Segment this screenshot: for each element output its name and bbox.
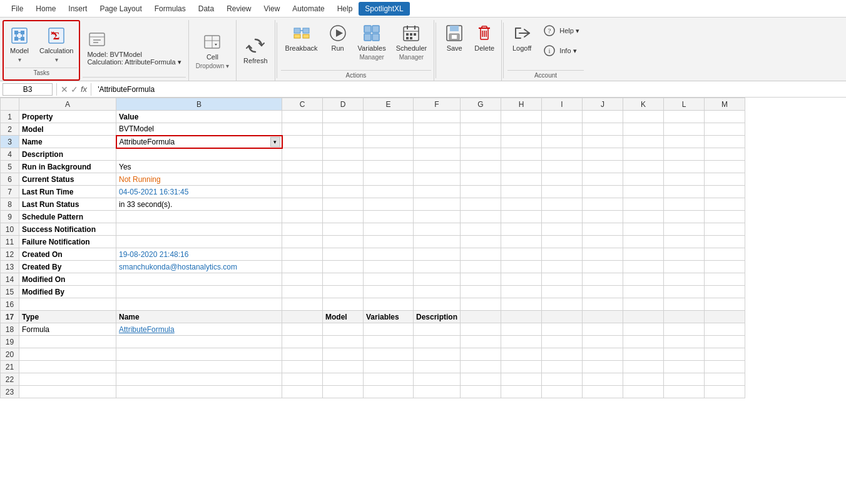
cell-b7[interactable]: 04-05-2021 16:31:45 [116, 186, 282, 198]
cell-g3[interactable] [461, 136, 501, 148]
cell-m8[interactable] [705, 198, 745, 211]
menu-data[interactable]: Data [192, 2, 220, 16]
cell-c3[interactable] [282, 136, 323, 148]
cell-d11[interactable] [323, 236, 364, 248]
cell-d4[interactable] [323, 148, 364, 161]
cell-d7[interactable] [323, 186, 364, 198]
cell-f15[interactable] [414, 286, 461, 298]
cell-c17[interactable] [282, 311, 323, 323]
cell-j18[interactable] [583, 323, 623, 336]
cell-g14[interactable] [461, 273, 501, 286]
cell-c1[interactable] [282, 111, 323, 123]
cell-f10[interactable] [414, 223, 461, 236]
cell-e8[interactable] [364, 198, 414, 211]
delete-button[interactable]: Delete [470, 20, 499, 56]
model-config-button[interactable]: Model: BVTModel Calculation: AttributeFo… [83, 26, 185, 69]
cell-k7[interactable] [623, 186, 664, 198]
cell-k5[interactable] [623, 161, 664, 173]
cell-e10[interactable] [364, 223, 414, 236]
cell-h15[interactable] [501, 286, 542, 298]
cell-l12[interactable] [664, 248, 705, 261]
cell-k9[interactable] [623, 211, 664, 223]
cell-g5[interactable] [461, 161, 501, 173]
col-header-a[interactable]: A [19, 98, 116, 111]
col-header-b[interactable]: B [116, 98, 282, 111]
cell-l6[interactable] [664, 173, 705, 186]
cell-m1[interactable] [705, 111, 745, 123]
cell-h5[interactable] [501, 161, 542, 173]
cell-k10[interactable] [623, 223, 664, 236]
menu-automate[interactable]: Automate [286, 2, 330, 16]
cell-d18[interactable] [323, 323, 364, 336]
cell-j15[interactable] [583, 286, 623, 298]
cell-c18[interactable] [282, 323, 323, 336]
cell-f5[interactable] [414, 161, 461, 173]
cell-dropdown-button[interactable]: Cell Dropdown ▾ [191, 29, 233, 73]
name-box[interactable] [3, 83, 53, 96]
formula-input[interactable] [95, 84, 843, 95]
cell-d6[interactable] [323, 173, 364, 186]
col-header-m[interactable]: M [705, 98, 745, 111]
cell-g10[interactable] [461, 223, 501, 236]
cell-b12[interactable]: 19-08-2020 21:48:16 [116, 248, 282, 261]
cell-b6[interactable]: Not Running [116, 173, 282, 186]
cell-l3[interactable] [664, 136, 705, 148]
cell-e14[interactable] [364, 273, 414, 286]
cell-c5[interactable] [282, 161, 323, 173]
cell-c12[interactable] [282, 248, 323, 261]
cell-h3[interactable] [501, 136, 542, 148]
cell-m18[interactable] [705, 323, 745, 336]
cell-k6[interactable] [623, 173, 664, 186]
cell-i9[interactable] [542, 211, 583, 223]
save-button[interactable]: Save [440, 20, 469, 56]
cell-l16[interactable] [664, 298, 705, 311]
cell-j4[interactable] [583, 148, 623, 161]
cell-i1[interactable] [542, 111, 583, 123]
breakback-button[interactable]: Breakback [281, 20, 322, 56]
cell-e9[interactable] [364, 211, 414, 223]
cell-a16[interactable] [19, 298, 116, 311]
cell-b10[interactable] [116, 223, 282, 236]
cell-d3[interactable] [323, 136, 364, 148]
refresh-button[interactable]: Refresh [239, 33, 272, 68]
cell-f1[interactable] [414, 111, 461, 123]
cell-d16[interactable] [323, 298, 364, 311]
cell-c14[interactable] [282, 273, 323, 286]
cell-k16[interactable] [623, 298, 664, 311]
cell-d15[interactable] [323, 286, 364, 298]
cell-c16[interactable] [282, 298, 323, 311]
cell-h10[interactable] [501, 223, 542, 236]
cell-m11[interactable] [705, 236, 745, 248]
cell-a1[interactable]: Property [19, 111, 116, 123]
cell-k1[interactable] [623, 111, 664, 123]
cell-g8[interactable] [461, 198, 501, 211]
cell-d2[interactable] [323, 123, 364, 136]
cell-j3[interactable] [583, 136, 623, 148]
cell-e2[interactable] [364, 123, 414, 136]
cell-k13[interactable] [623, 261, 664, 273]
cell-b14[interactable] [116, 273, 282, 286]
cell-a10[interactable]: Success Notification [19, 223, 116, 236]
cell-b5[interactable]: Yes [116, 161, 282, 173]
cell-b17[interactable]: Name [116, 311, 282, 323]
cell-g4[interactable] [461, 148, 501, 161]
cell-e5[interactable] [364, 161, 414, 173]
cell-f6[interactable] [414, 173, 461, 186]
cell-g16[interactable] [461, 298, 501, 311]
cell-l4[interactable] [664, 148, 705, 161]
cell-l5[interactable] [664, 161, 705, 173]
cell-m14[interactable] [705, 273, 745, 286]
cell-i7[interactable] [542, 186, 583, 198]
cell-h16[interactable] [501, 298, 542, 311]
run-button[interactable]: Run [324, 20, 352, 56]
menu-home[interactable]: Home [29, 2, 62, 16]
menu-help[interactable]: Help [331, 2, 359, 16]
col-header-d[interactable]: D [323, 98, 364, 111]
cell-d5[interactable] [323, 161, 364, 173]
cell-a7[interactable]: Last Run Time [19, 186, 116, 198]
cell-l13[interactable] [664, 261, 705, 273]
cell-k18[interactable] [623, 323, 664, 336]
cell-i17[interactable] [542, 311, 583, 323]
menu-spotlightxl[interactable]: SpotlightXL [359, 2, 409, 16]
menu-page-layout[interactable]: Page Layout [93, 2, 148, 16]
